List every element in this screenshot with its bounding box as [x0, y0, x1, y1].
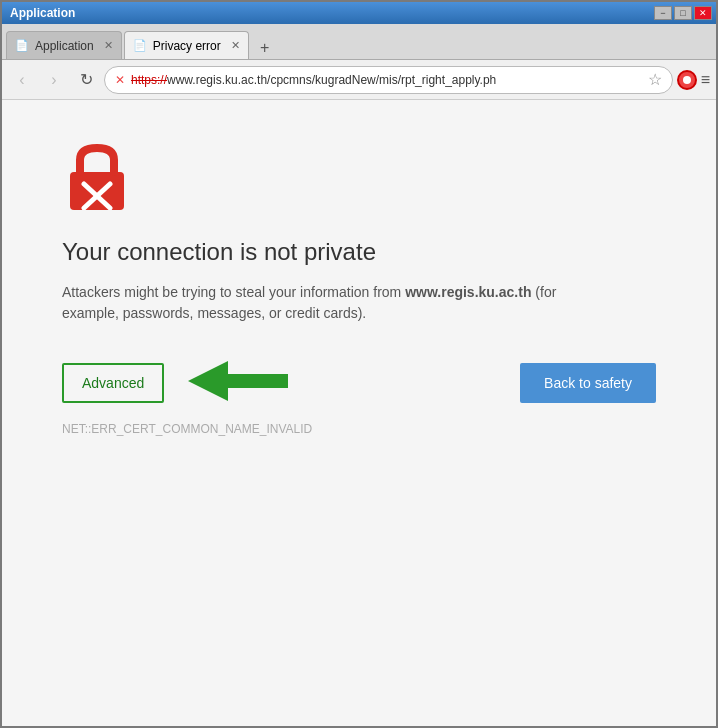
- arrow-svg: [188, 356, 288, 406]
- window-controls: − □ ✕: [654, 6, 712, 20]
- tab-bar: 📄 Application ✕ 📄 Privacy error ✕ +: [2, 24, 716, 60]
- advanced-button[interactable]: Advanced: [62, 363, 164, 403]
- highlighted-domain: www.regis.ku.ac.th: [405, 284, 531, 300]
- tab-privacy-error-icon: 📄: [133, 39, 147, 52]
- back-button[interactable]: ‹: [8, 66, 36, 94]
- description-prefix: Attackers might be trying to steal your …: [62, 284, 405, 300]
- title-bar: Application − □ ✕: [2, 2, 716, 24]
- close-button[interactable]: ✕: [694, 6, 712, 20]
- tab-application-icon: 📄: [15, 39, 29, 52]
- nav-bar: ‹ › ↻ ✕ https://www.regis.ku.ac.th/cpcmn…: [2, 60, 716, 100]
- left-actions: Advanced: [62, 356, 288, 410]
- tab-privacy-error-close[interactable]: ✕: [231, 39, 240, 52]
- ssl-error-icon: ✕: [115, 73, 125, 87]
- broken-lock-icon: [62, 140, 132, 210]
- tab-application[interactable]: 📄 Application ✕: [6, 31, 122, 59]
- back-to-safety-button[interactable]: Back to safety: [520, 363, 656, 403]
- menu-icon[interactable]: ≡: [701, 71, 710, 89]
- address-text: https://www.regis.ku.ac.th/cpcmns/kugrad…: [131, 73, 496, 87]
- description: Attackers might be trying to steal your …: [62, 282, 612, 324]
- window-title: Application: [6, 6, 75, 20]
- new-tab-button[interactable]: +: [251, 37, 279, 59]
- browser-window: Application − □ ✕ 📄 Application ✕ 📄 Priv…: [0, 0, 718, 728]
- main-heading: Your connection is not private: [62, 238, 656, 266]
- record-button[interactable]: [677, 70, 697, 90]
- tab-application-close[interactable]: ✕: [104, 39, 113, 52]
- minimize-button[interactable]: −: [654, 6, 672, 20]
- record-button-inner: [683, 76, 691, 84]
- restore-button[interactable]: □: [674, 6, 692, 20]
- svg-rect-0: [70, 172, 124, 210]
- page-content: Your connection is not private Attackers…: [2, 100, 716, 726]
- lock-icon-container: [62, 140, 656, 214]
- forward-button[interactable]: ›: [40, 66, 68, 94]
- arrow-left-icon: [188, 356, 288, 410]
- address-bar[interactable]: ✕ https://www.regis.ku.ac.th/cpcmns/kugr…: [104, 66, 673, 94]
- tab-application-label: Application: [35, 39, 94, 53]
- svg-marker-3: [188, 361, 288, 401]
- tab-privacy-error-label: Privacy error: [153, 39, 221, 53]
- action-row: Advanced Back to safety: [62, 356, 656, 410]
- tab-privacy-error[interactable]: 📄 Privacy error ✕: [124, 31, 249, 59]
- error-code: NET::ERR_CERT_COMMON_NAME_INVALID: [62, 422, 656, 436]
- reload-button[interactable]: ↻: [72, 66, 100, 94]
- bookmark-star-icon[interactable]: ☆: [648, 70, 662, 89]
